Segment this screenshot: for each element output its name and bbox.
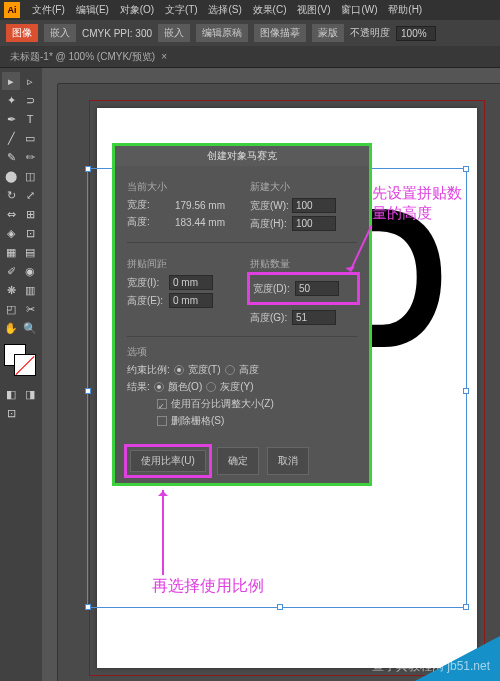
gap-section-label: 拼贴间距 [127,257,234,271]
handle-tl[interactable] [85,166,91,172]
hand-tool[interactable]: ✋ [2,319,20,337]
edit-original-button[interactable]: 编辑原稿 [196,24,248,42]
opacity-input[interactable] [396,26,436,41]
width-tool[interactable]: ⇔ [2,205,20,223]
new-size-label: 新建大小 [250,180,357,194]
gradient-mode-icon[interactable]: ◨ [21,385,39,403]
result-color-radio[interactable] [154,382,164,392]
menu-help[interactable]: 帮助(H) [388,4,422,15]
menu-select[interactable]: 选择(S) [208,4,241,15]
gap-width-label: 宽度(I): [127,276,169,290]
close-tab-icon[interactable]: × [161,51,167,62]
menu-window[interactable]: 窗口(W) [341,4,377,15]
direct-select-tool[interactable]: ▹ [21,72,39,90]
cancel-button[interactable]: 取消 [267,447,309,475]
eyedropper-tool[interactable]: ✐ [2,262,20,280]
mesh-tool[interactable]: ▦ [2,243,20,261]
scale-tool[interactable]: ⤢ [21,186,39,204]
gap-height-label: 高度(E): [127,294,169,308]
gap-width-input[interactable] [169,275,213,290]
menu-file[interactable]: 文件(F) [32,4,65,15]
constrain-label: 约束比例: [127,363,170,377]
ruler-horizontal [58,68,500,84]
screen-mode-icon[interactable]: ⊡ [2,404,20,422]
constrain-height-text: 高度 [239,363,259,377]
result-label: 结果: [127,380,150,394]
constrain-width-text: 宽度(T) [188,363,221,377]
mode-button[interactable]: 图像 [6,24,38,42]
perspective-tool[interactable]: ⊡ [21,224,39,242]
count-width-input[interactable] [295,281,339,296]
pencil-tool[interactable]: ✏ [21,148,39,166]
toolbox: ▸▹ ✦⊃ ✒T ╱▭ ✎✏ ⬤◫ ↻⤢ ⇔⊞ ◈⊡ ▦▤ ✐◉ ❋▥ ◰✂ ✋… [0,68,42,681]
result-color-text: 颜色(O) [168,380,202,394]
options-bar: 图像 嵌入 CMYK PPI: 300 嵌入 编辑原稿 图像描摹 蒙版 不透明度 [0,20,500,46]
rectangle-tool[interactable]: ▭ [21,129,39,147]
blend-tool[interactable]: ◉ [21,262,39,280]
annotation-1: 先设置拼贴数 量的高度 [372,183,462,222]
slice-tool[interactable]: ✂ [21,300,39,318]
menu-type[interactable]: 文字(T) [165,4,198,15]
cur-height-label: 高度: [127,215,175,229]
fill-stroke-swatch[interactable] [2,344,38,380]
shape-builder-tool[interactable]: ◈ [2,224,20,242]
delete-raster-text: 删除栅格(S) [171,414,224,428]
line-tool[interactable]: ╱ [2,129,20,147]
delete-raster-checkbox[interactable] [157,416,167,426]
new-height-label: 高度(H): [250,217,292,231]
rotate-tool[interactable]: ↻ [2,186,20,204]
mask-button[interactable]: 蒙版 [312,24,344,42]
selection-tool[interactable]: ▸ [2,72,20,90]
handle-ml[interactable] [85,388,91,394]
gradient-tool[interactable]: ▤ [21,243,39,261]
type-tool[interactable]: T [21,110,39,128]
ruler-corner [42,68,58,84]
app-logo: Ai [4,2,20,18]
menu-effect[interactable]: 效果(C) [253,4,287,15]
handle-br[interactable] [463,604,469,610]
pen-tool[interactable]: ✒ [2,110,20,128]
blob-brush-tool[interactable]: ⬤ [2,167,20,185]
document-tab[interactable]: 未标题-1* @ 100% (CMYK/预览) [10,50,155,64]
menu-view[interactable]: 视图(V) [297,4,330,15]
handle-mr[interactable] [463,388,469,394]
brush-tool[interactable]: ✎ [2,148,20,166]
handle-bl[interactable] [85,604,91,610]
image-trace-button[interactable]: 图像描摹 [254,24,306,42]
watermark: 查字典教程网 jb51.net [372,658,490,675]
ok-button[interactable]: 确定 [217,447,259,475]
zoom-tool[interactable]: 🔍 [21,319,39,337]
embed2-button[interactable]: 嵌入 [158,24,190,42]
lasso-tool[interactable]: ⊃ [21,91,39,109]
handle-tr[interactable] [463,166,469,172]
cur-width-label: 宽度: [127,198,175,212]
embed-button[interactable]: 嵌入 [44,24,76,42]
use-percent-checkbox[interactable] [157,399,167,409]
constrain-height-radio[interactable] [225,365,235,375]
use-ratio-highlight: 使用比率(U) [124,444,212,478]
handle-bc[interactable] [277,604,283,610]
magic-wand-tool[interactable]: ✦ [2,91,20,109]
annotation-2: 再选择使用比例 [152,576,264,597]
artboard-tool[interactable]: ◰ [2,300,20,318]
color-mode-icon[interactable]: ◧ [2,385,20,403]
menu-object[interactable]: 对象(O) [120,4,154,15]
count-height-input[interactable] [292,310,336,325]
graph-tool[interactable]: ▥ [21,281,39,299]
count-width-highlight: 宽度(D): [247,272,360,305]
constrain-width-radio[interactable] [174,365,184,375]
main-area: ▸▹ ✦⊃ ✒T ╱▭ ✎✏ ⬤◫ ↻⤢ ⇔⊞ ◈⊡ ▦▤ ✐◉ ❋▥ ◰✂ ✋… [0,68,500,681]
symbol-sprayer-tool[interactable]: ❋ [2,281,20,299]
result-gray-radio[interactable] [206,382,216,392]
stroke-swatch[interactable] [14,354,36,376]
free-transform-tool[interactable]: ⊞ [21,205,39,223]
count-section-label: 拼贴数量 [250,257,357,271]
canvas-area[interactable]: LED 创建对象马赛克 当前大小 宽度:179.56 mm 高度:183.44 … [42,68,500,681]
use-ratio-button[interactable]: 使用比率(U) [130,450,206,472]
new-width-input[interactable] [292,198,336,213]
annotation-arrow-2 [162,490,164,575]
new-height-input[interactable] [292,216,336,231]
gap-height-input[interactable] [169,293,213,308]
menu-edit[interactable]: 编辑(E) [76,4,109,15]
eraser-tool[interactable]: ◫ [21,167,39,185]
